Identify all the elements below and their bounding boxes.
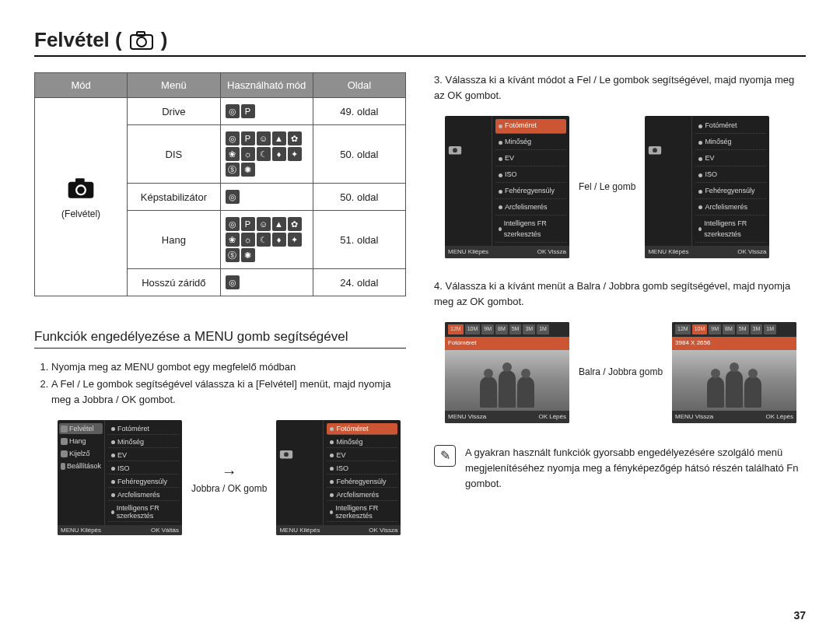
screen-left-item: Felvétel bbox=[59, 423, 103, 434]
menu-item-icon bbox=[61, 463, 65, 470]
menu-item-icon bbox=[499, 173, 502, 177]
mode-icon: ◎ bbox=[226, 217, 240, 231]
menu-item-icon bbox=[330, 427, 334, 431]
camera-screen-step4a: 12M10M9M8M5M3M1M Fotóméret MENU Vissza O… bbox=[445, 322, 569, 423]
screen-right-item: Arcfelismerés bbox=[695, 201, 766, 215]
mode-icon: ☺ bbox=[257, 217, 271, 231]
th-mode: Mód bbox=[35, 73, 128, 98]
label-exit: Kilépés bbox=[81, 527, 101, 534]
menu-item-icon bbox=[111, 467, 115, 471]
menu-item-icon bbox=[698, 173, 702, 177]
arrow-jobbra-ok-text: Jobbra / OK gomb bbox=[191, 483, 267, 494]
table-menu: Hosszú záridő bbox=[128, 269, 220, 296]
menu-item-icon bbox=[111, 480, 115, 484]
table-usable-modes: ◎P bbox=[220, 98, 313, 125]
step-4: 4. Válassza ki a kívánt menüt a Balra / … bbox=[434, 278, 806, 310]
size-chip: 3M bbox=[751, 324, 763, 335]
table-page: 50. oldal bbox=[313, 125, 405, 184]
mode-icon: ✿ bbox=[288, 131, 302, 145]
screen-left-camera-icon bbox=[446, 142, 490, 156]
screen-right-item: Fehéregyensúly bbox=[495, 184, 566, 199]
mode-icon: ✦ bbox=[288, 147, 302, 161]
size-chip: 9M bbox=[481, 324, 494, 335]
size-chip: 1M bbox=[537, 324, 549, 335]
mode-icon: ✦ bbox=[288, 233, 302, 247]
screen-right-item: EV bbox=[495, 152, 566, 166]
menu-item-icon bbox=[111, 427, 115, 431]
label-menu: MENU bbox=[61, 527, 79, 534]
page-number: 37 bbox=[793, 609, 806, 622]
menu-item-icon bbox=[698, 205, 702, 209]
menu-item-icon bbox=[499, 205, 502, 209]
mode-icon: ◎ bbox=[226, 275, 240, 289]
menu-item-icon bbox=[111, 440, 115, 444]
svg-point-8 bbox=[284, 453, 289, 457]
left-screens-row: FelvételHangKijelzőBeállítások Fotóméret… bbox=[58, 420, 406, 535]
menu-item-icon bbox=[698, 141, 702, 145]
table-menu: Drive bbox=[128, 98, 220, 125]
mode-icon: ♦ bbox=[272, 233, 286, 247]
menu-item-icon bbox=[111, 510, 114, 514]
screen-right-item: ISO bbox=[695, 168, 766, 183]
screen-right-item: Arcfelismerés bbox=[327, 489, 397, 501]
mode-icon: P bbox=[241, 104, 255, 118]
screen-right-item: Fotóméret bbox=[327, 423, 397, 435]
size-chip: 3M bbox=[523, 324, 535, 335]
mode-icon: P bbox=[241, 131, 255, 145]
svg-rect-4 bbox=[75, 178, 85, 183]
mode-icon: ☾ bbox=[257, 233, 271, 247]
menu-item-icon bbox=[499, 227, 502, 231]
mode-icon: P bbox=[241, 217, 255, 231]
screen-right-item: Fotóméret bbox=[108, 423, 179, 435]
size-chip: 9M bbox=[709, 324, 721, 335]
mode-icon: ▲ bbox=[272, 131, 286, 145]
table-usable-modes: ◎P☺▲✿❀☼☾♦✦ⓢ✺ bbox=[220, 125, 313, 184]
camera-icon bbox=[130, 31, 153, 50]
camera-icon bbox=[40, 175, 122, 205]
page-title-text: Felvétel ( bbox=[34, 28, 122, 52]
svg-point-6 bbox=[77, 186, 84, 193]
menu-item-icon bbox=[61, 450, 68, 457]
size-chip: 5M bbox=[737, 324, 749, 335]
screen-right-item: ISO bbox=[327, 463, 397, 475]
mode-icon: ☾ bbox=[257, 147, 271, 161]
modes-table: Mód Menü Használható mód Oldal (Felvétel… bbox=[34, 72, 406, 296]
menu-item-icon bbox=[499, 124, 502, 128]
mode-icon: ✿ bbox=[288, 217, 302, 231]
menu-item-icon bbox=[698, 190, 702, 194]
pencil-note-icon: ✎ bbox=[434, 445, 456, 467]
screen-right-item: Fehéregyensúly bbox=[695, 184, 766, 199]
size-chip: 12M bbox=[448, 324, 464, 335]
screen-right-item: Minőség bbox=[327, 436, 397, 448]
screen-left-item: Hang bbox=[59, 436, 103, 447]
menu-item-icon bbox=[499, 157, 502, 161]
mode-icon: ✺ bbox=[241, 163, 255, 177]
svg-point-10 bbox=[453, 149, 457, 153]
screen-right-item: ISO bbox=[495, 168, 566, 183]
arrow-jobbra-ok: → Jobbra / OK gomb bbox=[191, 461, 267, 496]
size-chip: 10M bbox=[692, 324, 708, 335]
screen-left-camera-icon bbox=[278, 447, 321, 461]
mode-icon: ⓢ bbox=[226, 248, 240, 262]
screen-right-item: ISO bbox=[108, 463, 179, 475]
mode-icon: ◎ bbox=[226, 131, 240, 145]
screen-right-item: Fehéregyensúly bbox=[108, 476, 179, 488]
menu-item-icon bbox=[698, 157, 702, 161]
svg-rect-1 bbox=[137, 32, 145, 36]
mode-cell: (Felvétel) bbox=[35, 98, 128, 296]
screen-right-item: Intelligens FR szerkesztés bbox=[495, 217, 566, 243]
menu-item-icon bbox=[330, 493, 334, 497]
size-chip: 10M bbox=[465, 324, 481, 335]
mode-icon: ☼ bbox=[241, 233, 255, 247]
step-1: Nyomja meg az MENU gombot egy megfelelő … bbox=[51, 359, 406, 375]
step-3: 3. Válassza ki a kívánt módot a Fel / Le… bbox=[434, 72, 806, 103]
screen-right-item: Arcfelismerés bbox=[108, 489, 179, 501]
svg-point-12 bbox=[653, 149, 657, 153]
size-chip: 5M bbox=[509, 324, 522, 335]
camera-screen-step3a: FotóméretMinőségEVISOFehéregyensúlyArcfe… bbox=[445, 116, 569, 258]
mode-icon: ☼ bbox=[241, 147, 255, 161]
screen-right-item: Minőség bbox=[695, 135, 766, 150]
menu-item-icon bbox=[698, 124, 702, 128]
mode-icon: ⓢ bbox=[226, 163, 240, 177]
screen-right-item: Intelligens FR szerkesztés bbox=[327, 503, 397, 522]
